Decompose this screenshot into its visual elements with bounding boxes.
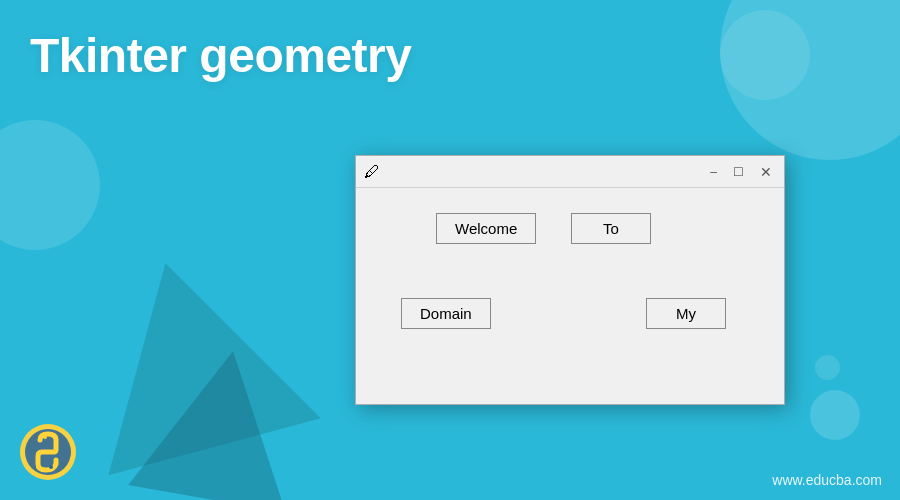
welcome-button[interactable]: Welcome: [436, 213, 536, 244]
domain-button[interactable]: Domain: [401, 298, 491, 329]
tk-window-controls: – ☐ ✕: [706, 162, 776, 182]
bg-triangle-left2: [128, 337, 312, 500]
svg-point-2: [43, 435, 47, 439]
bg-circle-top-right-small: [720, 10, 810, 100]
bg-circle-left: [0, 120, 100, 250]
maximize-button[interactable]: ☐: [729, 163, 748, 181]
website-text: www.educba.com: [772, 472, 882, 488]
python-logo: [18, 422, 78, 482]
tk-titlebar: 🖊 – ☐ ✕: [356, 156, 784, 188]
bg-circle-bottom-right: [810, 390, 860, 440]
bg-circle-bottom-right-small: [815, 355, 840, 380]
my-button[interactable]: My: [646, 298, 726, 329]
tk-title-left: 🖊: [364, 163, 380, 181]
to-button[interactable]: To: [571, 213, 651, 244]
minimize-button[interactable]: –: [706, 163, 721, 181]
tk-app-icon: 🖊: [364, 163, 380, 181]
close-button[interactable]: ✕: [756, 162, 776, 182]
svg-point-3: [49, 465, 53, 469]
page-title: Tkinter geometry: [30, 28, 411, 83]
tk-window: 🖊 – ☐ ✕ Welcome To Domain My: [355, 155, 785, 405]
tk-content: Welcome To Domain My: [356, 188, 784, 404]
